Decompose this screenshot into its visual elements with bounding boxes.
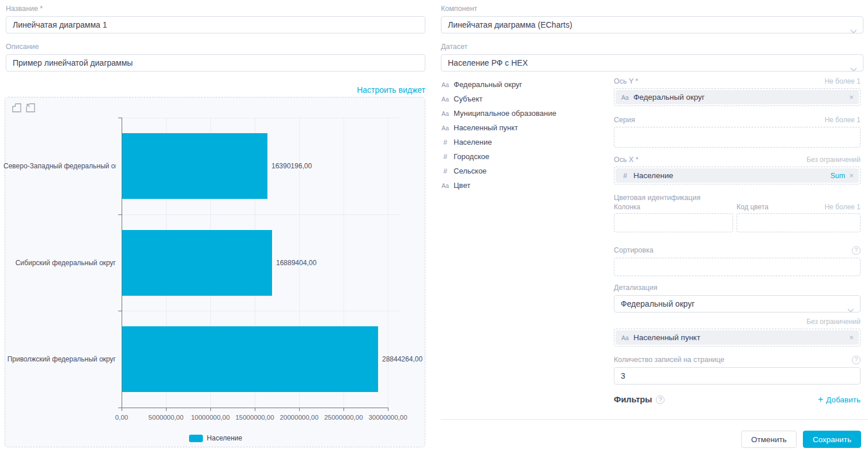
x-axis-tick xyxy=(255,408,255,411)
chart-bar[interactable] xyxy=(122,230,272,296)
component-label: Компонент xyxy=(441,5,863,13)
axis-y-chip-label: Федеральный округ xyxy=(633,93,705,101)
remove-chip-icon[interactable]: × xyxy=(849,172,854,179)
chevron-down-icon xyxy=(850,61,857,71)
footer-buttons: Отменить Сохранить xyxy=(441,431,861,448)
dataset-field-name: Субъект xyxy=(454,95,482,103)
color-code-dropzone[interactable] xyxy=(737,213,861,232)
series-dropzone[interactable] xyxy=(614,127,861,148)
chevron-down-icon xyxy=(850,23,857,33)
dataset-field-item[interactable]: AaНаселенный пункт xyxy=(441,120,608,135)
remove-chip-icon[interactable]: × xyxy=(849,93,854,101)
save-button[interactable]: Сохранить xyxy=(803,431,861,448)
gridline xyxy=(122,311,399,311)
dataset-field-item[interactable]: #Сельское xyxy=(441,164,608,178)
description-label: Описание xyxy=(6,43,425,51)
help-icon[interactable]: ? xyxy=(852,246,861,255)
dataset-field-name: Городское xyxy=(454,152,489,161)
axis-y-hint: Не более 1 xyxy=(825,77,861,85)
bar-value-label: 28844264,00 xyxy=(382,355,422,364)
axis-x-label: Ось X * xyxy=(614,156,639,164)
gridline xyxy=(122,118,399,118)
dataset-fields-list: AaФедеральный округAaСубъектAaМуниципаль… xyxy=(441,77,608,193)
add-filter-label: Добавить xyxy=(826,395,861,404)
dataset-field-item[interactable]: AaСубъект xyxy=(441,92,608,106)
bar-value-label: 16390196,00 xyxy=(271,161,312,171)
x-axis-tick xyxy=(344,408,344,411)
number-type-icon: # xyxy=(441,153,450,161)
dataset-field-item[interactable]: AaЦвет xyxy=(441,178,608,193)
detail-select-value: Федеральный округ xyxy=(621,299,695,308)
zoom-select-icon[interactable] xyxy=(12,103,21,115)
detail-chip[interactable]: Aa Населенный пункт × xyxy=(616,330,859,345)
detail-chip-label: Населенный пункт xyxy=(633,333,700,342)
configure-widget-link[interactable]: Настроить виджет xyxy=(357,85,425,95)
dataset-field-name: Муниципальное образование xyxy=(454,109,556,118)
chart-canvas: 16390196,00Северо-Западный федеральный о… xyxy=(5,97,426,448)
x-tick-label: 30000000,00 xyxy=(353,413,422,421)
add-filter-button[interactable]: + Добавить xyxy=(818,395,861,404)
text-type-icon: Aa xyxy=(621,94,629,101)
x-axis-tick xyxy=(210,408,211,411)
legend-swatch xyxy=(189,435,203,442)
dataset-select[interactable]: Население РФ с HEX xyxy=(441,54,863,71)
zoom-restore-icon[interactable] xyxy=(26,103,35,115)
chart-bar[interactable] xyxy=(122,133,267,199)
dataset-field-item[interactable]: #Население xyxy=(441,135,608,149)
series-label: Серия xyxy=(614,116,635,124)
dataset-field-item[interactable]: #Городское xyxy=(441,149,608,164)
x-axis-tick xyxy=(166,408,167,411)
dataset-field-item[interactable]: AaФедеральный округ xyxy=(441,77,608,92)
left-column: Название * Описание Настроить виджет xyxy=(6,5,425,105)
series-hint: Не более 1 xyxy=(825,116,861,124)
chevron-down-icon xyxy=(847,302,854,312)
legend-item[interactable]: Население xyxy=(189,434,242,442)
text-type-icon: Aa xyxy=(441,182,450,189)
filters-label: Фильтры xyxy=(614,395,652,404)
chart-toolbox xyxy=(12,103,35,115)
text-type-icon: Aa xyxy=(441,110,450,117)
axis-y-dropzone[interactable]: Aa Федеральный округ × xyxy=(614,88,861,106)
component-select-value: Линейчатая диаграмма (ECharts) xyxy=(448,20,572,29)
category-label: Сибирский федеральный округ xyxy=(3,258,116,267)
dataset-field-item[interactable]: AaМуниципальное образование xyxy=(441,106,608,120)
dataset-field-name: Население xyxy=(454,138,492,146)
number-type-icon: # xyxy=(621,172,629,180)
component-select[interactable]: Линейчатая диаграмма (ECharts) xyxy=(441,16,863,33)
text-type-icon: Aa xyxy=(441,96,450,103)
bar-value-label: 16889404,00 xyxy=(276,258,316,267)
detail-select[interactable]: Федеральный округ xyxy=(614,295,861,312)
gridline xyxy=(388,118,388,408)
text-type-icon: Aa xyxy=(441,81,450,88)
dataset-field-name: Сельское xyxy=(454,167,486,175)
description-input[interactable] xyxy=(6,54,425,71)
footer-divider xyxy=(441,419,868,420)
color-column-dropzone[interactable] xyxy=(614,213,733,232)
dataset-select-value: Население РФ с HEX xyxy=(448,58,528,67)
dataset-field-name: Федеральный округ xyxy=(454,80,522,89)
name-label: Название * xyxy=(6,5,425,13)
aggregation-tag[interactable]: Sum xyxy=(831,172,846,180)
remove-chip-icon[interactable]: × xyxy=(849,334,854,341)
legend-label: Население xyxy=(207,434,242,442)
color-ident-column-label: Колонка xyxy=(614,203,640,211)
category-label: Приволжский федеральный округ xyxy=(3,355,116,364)
sorting-dropzone[interactable] xyxy=(614,258,861,276)
detail-dropzone[interactable]: Aa Населенный пункт × xyxy=(614,329,861,346)
text-type-icon: Aa xyxy=(441,125,450,131)
name-input[interactable] xyxy=(6,16,425,33)
help-icon[interactable]: ? xyxy=(852,356,861,364)
dataset-label: Датасет xyxy=(441,43,863,51)
help-icon[interactable]: ? xyxy=(656,395,665,404)
cancel-button[interactable]: Отменить xyxy=(741,431,797,448)
x-axis-tick xyxy=(122,408,122,411)
axis-y-chip[interactable]: Aa Федеральный округ × xyxy=(616,90,859,104)
page-size-input[interactable] xyxy=(614,367,861,385)
category-label: Северо-Западный федеральный ок... xyxy=(3,161,116,171)
chart-bar[interactable] xyxy=(122,326,378,392)
text-type-icon: Aa xyxy=(621,334,629,341)
color-ident-label: Цветовая идентификация xyxy=(614,194,861,202)
number-type-icon: # xyxy=(441,167,450,175)
axis-x-dropzone[interactable]: # Население Sum × xyxy=(614,167,861,184)
axis-x-chip[interactable]: # Население Sum × xyxy=(616,168,859,183)
